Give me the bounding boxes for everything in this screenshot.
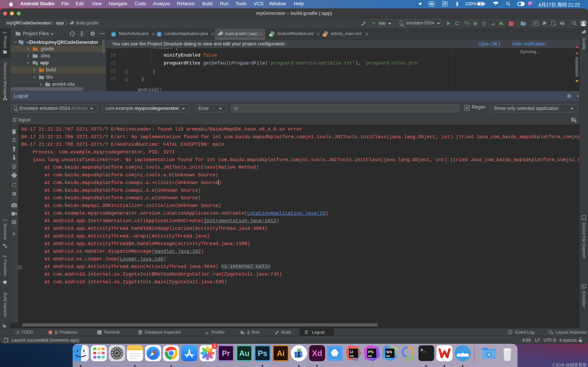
svg-text:Au: Au: [239, 349, 250, 358]
svg-text:>_: >_: [420, 348, 426, 353]
svg-text:Ai: Ai: [277, 349, 285, 358]
svg-text:PS: PS: [368, 350, 373, 354]
svg-text:WS: WS: [386, 350, 392, 354]
svg-text:PxCook: PxCook: [332, 355, 337, 357]
svg-text:<>: <>: [323, 34, 326, 37]
svg-text:Xd: Xd: [312, 349, 322, 358]
svg-text:C: C: [112, 33, 115, 36]
svg-text:C: C: [158, 33, 160, 36]
svg-text:Ps: Ps: [258, 349, 267, 358]
svg-text:MF: MF: [269, 34, 273, 36]
svg-text:IJ: IJ: [350, 350, 353, 354]
svg-text:Pr: Pr: [222, 349, 230, 358]
